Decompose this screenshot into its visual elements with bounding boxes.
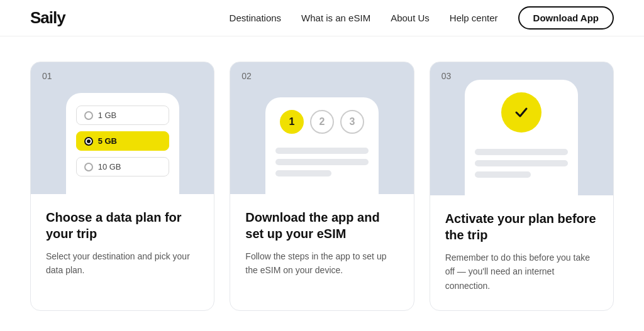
option-1gb: 1 GB <box>76 106 169 125</box>
line-1 <box>275 148 369 154</box>
logo: Saily <box>30 8 65 28</box>
nav-what-is-esim[interactable]: What is an eSIM <box>301 13 370 23</box>
step-card-1: 01 1 GB 5 GB 10 GB <box>30 62 214 311</box>
option-1gb-label: 1 GB <box>98 111 117 120</box>
card-3-title: Activate your plan before the trip <box>445 210 598 243</box>
phone-mockup-3 <box>465 80 578 195</box>
checkmark-circle <box>501 92 541 133</box>
circle-1: 1 <box>280 110 304 134</box>
nav-help-center[interactable]: Help center <box>450 13 498 23</box>
line3-2 <box>475 160 568 166</box>
card-2-title: Download the app and set up your eSIM <box>245 209 398 242</box>
circle-2: 2 <box>310 110 334 134</box>
card-2-content: Download the app and set up your eSIM Fo… <box>230 194 413 295</box>
phone-lines-2 <box>275 148 369 176</box>
nav-destinations[interactable]: Destinations <box>230 13 282 23</box>
card-2-desc: Follow the steps in the app to set up th… <box>245 249 398 278</box>
line-2 <box>275 159 369 165</box>
step-number-1: 01 <box>42 71 52 81</box>
nav-about-us[interactable]: About Us <box>391 13 430 23</box>
download-app-button[interactable]: Download App <box>518 6 614 30</box>
option-10gb-label: 10 GB <box>98 162 121 171</box>
phone-lines-3 <box>475 149 568 178</box>
card-1-title: Choose a data plan for your trip <box>46 209 199 242</box>
radio-1gb <box>84 111 93 120</box>
checkmark-icon <box>513 104 530 121</box>
circle-3: 3 <box>340 110 364 134</box>
card-3-illustration: 03 <box>430 62 613 195</box>
phone-mockup-1: 1 GB 5 GB 10 GB <box>66 93 179 194</box>
card-1-illustration: 01 1 GB 5 GB 10 GB <box>31 62 214 194</box>
line3-3 <box>475 171 531 178</box>
card-2-illustration: 02 1 2 3 <box>230 62 413 194</box>
steps-grid: 01 1 GB 5 GB 10 GB <box>30 62 614 311</box>
phone-mockup-2: 1 2 3 <box>265 97 379 194</box>
radio-5gb <box>84 137 93 146</box>
option-5gb-label: 5 GB <box>98 136 117 146</box>
step-number-3: 03 <box>441 71 452 81</box>
step-card-2: 02 1 2 3 Download the app and set up you… <box>230 62 414 311</box>
steps-circles: 1 2 3 <box>275 110 369 134</box>
card-3-content: Activate your plan before the trip Remem… <box>430 195 613 310</box>
option-10gb: 10 GB <box>76 157 169 176</box>
card-3-desc: Remember to do this before you take off … <box>445 251 598 293</box>
line3-1 <box>475 149 568 155</box>
card-1-desc: Select your destination and pick your da… <box>46 249 199 278</box>
option-5gb: 5 GB <box>76 131 169 151</box>
line-3 <box>275 170 331 176</box>
card-1-content: Choose a data plan for your trip Select … <box>31 194 214 295</box>
radio-10gb <box>84 163 93 171</box>
step-card-3: 03 Activate your plan before the tri <box>430 62 614 311</box>
step-number-2: 02 <box>242 71 252 81</box>
main-nav: Destinations What is an eSIM About Us He… <box>230 6 614 30</box>
